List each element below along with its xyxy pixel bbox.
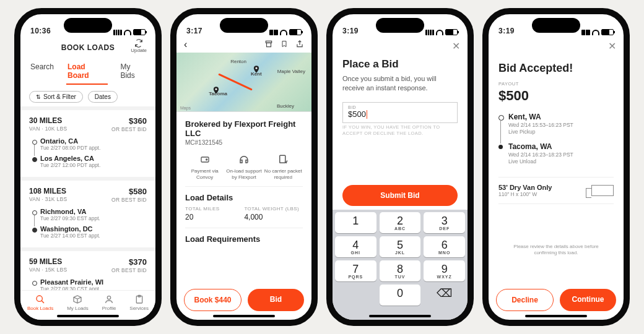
tabbar-book-loads[interactable]: Book Loads (27, 294, 53, 311)
tabs: Search Load Board My Bids (29, 60, 147, 85)
svg-point-7 (215, 88, 217, 90)
confirm-note: Please review the details above before c… (498, 244, 614, 257)
stop-origin: Kent, WA Wed 2/14 15:53–16:23 PST Live P… (498, 113, 614, 142)
dynamic-island (64, 18, 112, 33)
key-backspace[interactable]: ⌫ (424, 285, 465, 306)
phone-bid-accepted: 3:19 ✕ Bid Accepted! PAYOUT $500 Kent, W… (482, 8, 630, 326)
feature-support: On-load support by Flexport (224, 153, 263, 180)
svg-point-1 (107, 296, 110, 299)
page-title: Place a Bid (342, 58, 458, 71)
signal-icon (425, 30, 434, 35)
key-blank (335, 285, 376, 306)
map-view[interactable]: Renton Maple Valley Kent Tacoma Buckley … (176, 53, 311, 112)
map-pin-icon (212, 85, 220, 96)
key-6[interactable]: 6MNO (424, 236, 465, 257)
user-icon (103, 294, 115, 304)
svg-rect-5 (267, 43, 271, 46)
total-weight-value: 4,000 (244, 213, 299, 221)
key-4[interactable]: 4GHI (335, 236, 376, 257)
archive-icon[interactable] (264, 40, 273, 49)
key-5[interactable]: 5JKL (380, 236, 421, 257)
load-requirements-heading: Load Requirements (185, 228, 303, 244)
svg-rect-10 (280, 155, 285, 163)
submit-bid-button[interactable]: Submit Bid (342, 185, 458, 206)
search-icon (35, 294, 46, 304)
key-7[interactable]: 7PQRS (335, 260, 376, 281)
phone-book-loads: 10:36 BOOK LOADS Update Search Load Boar… (14, 8, 162, 326)
load-card[interactable]: 108 MILESVAN · 31K LBS $580OR BEST BID R… (20, 181, 155, 247)
map-pin-icon (252, 64, 261, 75)
status-time: 10:36 (30, 27, 51, 35)
status-time: 3:19 (342, 27, 359, 35)
close-button[interactable]: ✕ (608, 40, 616, 52)
book-button[interactable]: Book $440 (184, 289, 242, 311)
battery-icon (601, 29, 614, 35)
svg-point-0 (37, 296, 42, 301)
tabbar-services[interactable]: Services (129, 294, 149, 311)
close-button[interactable]: ✕ (452, 40, 460, 52)
share-icon[interactable] (295, 40, 304, 49)
payout-label: PAYOUT (498, 81, 614, 87)
tab-load-board[interactable]: Load Board (66, 60, 108, 85)
box-icon (72, 294, 83, 304)
phone-load-detail: 3:17 ‹ Renton Maple Valley Kent Tacoma B… (170, 8, 318, 326)
key-3[interactable]: 3DEF (424, 212, 465, 233)
status-time: 3:17 (186, 27, 202, 35)
payout-value: $500 (498, 88, 614, 104)
status-time: 3:19 (498, 27, 515, 35)
tabbar-profile[interactable]: Profile (102, 294, 116, 311)
stop-destination: Tacoma, WA Wed 2/14 16:23–18:23 PST Live… (498, 142, 614, 172)
wifi-icon (280, 30, 287, 35)
key-9[interactable]: 9WXYZ (424, 260, 465, 281)
home-indicator[interactable] (213, 315, 275, 317)
tab-my-bids[interactable]: My Bids (119, 60, 147, 85)
signal-icon (113, 30, 122, 35)
svg-point-9 (206, 159, 207, 160)
page-title: Bid Accepted! (498, 62, 614, 75)
feature-packet: No carrier packet required (264, 153, 303, 180)
dates-pill[interactable]: Dates (88, 91, 118, 103)
numeric-keypad: 1 2ABC 3DEF 4GHI 5JKL 6MNO 7PQRS 8TUV 9W… (333, 210, 468, 320)
signal-icon (581, 30, 590, 35)
home-indicator[interactable] (525, 315, 587, 317)
broker-name: Brokered by Flexport Freight LLC (185, 119, 303, 138)
bid-note: IF YOU WIN, YOU HAVE THE OPTION TO ACCEP… (342, 124, 458, 137)
decline-button[interactable]: Decline (496, 289, 554, 311)
back-button[interactable]: ‹ (184, 39, 187, 50)
home-indicator[interactable] (369, 315, 431, 317)
total-miles-value: 20 (185, 213, 219, 221)
key-1[interactable]: 1 (335, 212, 376, 233)
signal-icon (269, 30, 278, 35)
home-indicator[interactable] (57, 315, 119, 317)
refresh-button[interactable]: Update (131, 39, 147, 53)
key-2[interactable]: 2ABC (380, 212, 421, 233)
bookmark-icon[interactable] (281, 40, 288, 49)
sort-filter-pill[interactable]: ⇅Sort & Filter (29, 91, 83, 103)
key-0[interactable]: 0 (380, 285, 421, 306)
page-title: BOOK LOADS (61, 43, 115, 52)
subtitle: Once you submit a bid, you will receive … (342, 74, 458, 93)
wifi-icon (592, 30, 599, 35)
battery-icon (445, 29, 458, 35)
equipment-section: 53' Dry Van Only 110" H x 100" W (498, 177, 614, 204)
load-card[interactable]: 30 MILESVAN · 10K LBS $360OR BEST BID On… (20, 110, 155, 177)
tabbar-my-loads[interactable]: My Loads (67, 294, 89, 311)
feature-payment: Payment via Convoy (185, 153, 224, 180)
mc-number: MC#1321545 (185, 139, 303, 146)
wallet-icon (198, 153, 212, 166)
key-8[interactable]: 8TUV (380, 260, 421, 281)
dynamic-island (532, 18, 580, 33)
tab-search[interactable]: Search (29, 60, 55, 85)
phone-place-bid: 3:19 ✕ Place a Bid Once you submit a bid… (326, 8, 474, 326)
continue-button[interactable]: Continue (560, 289, 616, 311)
battery-icon (133, 29, 146, 35)
wifi-icon (436, 30, 443, 35)
clipboard-icon (134, 294, 145, 304)
bid-button[interactable]: Bid (248, 289, 304, 311)
bid-input[interactable]: BID $500 (342, 102, 458, 124)
truck-icon (591, 185, 614, 196)
dynamic-island (376, 18, 424, 33)
headset-icon (237, 153, 251, 166)
wifi-icon (124, 30, 131, 35)
document-check-icon (276, 153, 290, 166)
